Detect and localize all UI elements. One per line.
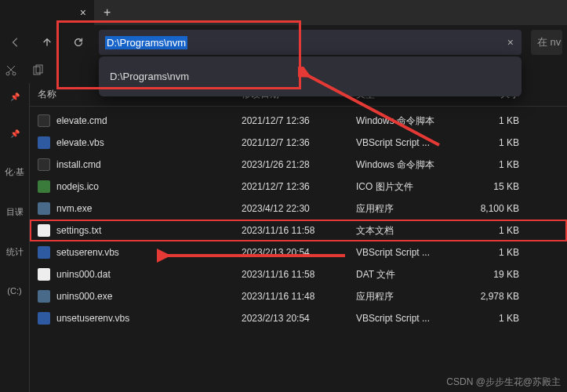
file-row[interactable]: elevate.cmd2021/12/7 12:36Windows 命令脚本1 … — [30, 110, 567, 132]
file-icon — [38, 312, 50, 325]
file-size: 1 KB — [456, 313, 519, 324]
file-icon — [38, 180, 50, 193]
file-name-cell: nvm.exe — [38, 202, 242, 215]
file-icon — [38, 246, 50, 259]
search-input[interactable]: 在 nv — [531, 30, 562, 55]
file-date: 2021/12/7 12:36 — [242, 137, 356, 148]
file-name-cell: elevate.vbs — [38, 136, 242, 149]
file-size: 1 KB — [456, 159, 519, 170]
file-date: 2021/12/7 12:36 — [242, 115, 356, 126]
svg-point-1 — [13, 72, 16, 75]
up-button[interactable] — [36, 31, 58, 53]
file-icon — [38, 114, 50, 127]
file-type: 应用程序 — [356, 202, 456, 216]
refresh-button[interactable] — [67, 31, 89, 53]
file-name: settings.txt — [56, 225, 101, 236]
file-date: 2023/4/12 22:30 — [242, 203, 356, 214]
file-size: 1 KB — [456, 225, 519, 236]
file-name: elevate.cmd — [56, 115, 107, 126]
file-name: nodejs.ico — [56, 181, 99, 192]
sidebar-item[interactable]: (C:) — [7, 286, 21, 296]
toolbar: D:\Programs\nvm × D:\Programs\nvm 在 nv — [0, 25, 567, 60]
address-text[interactable]: D:\Programs\nvm — [105, 36, 187, 49]
file-date: 2023/1/26 21:28 — [242, 159, 356, 170]
file-icon — [38, 158, 50, 171]
file-name: unins000.dat — [56, 269, 111, 280]
file-row[interactable]: nvm.exe2023/4/12 22:30应用程序8,100 KB — [30, 198, 567, 220]
file-name-cell: setuserenv.vbs — [38, 246, 242, 259]
back-button[interactable] — [5, 31, 27, 53]
address-wrap: D:\Programs\nvm × D:\Programs\nvm — [99, 30, 522, 55]
copy-icon[interactable] — [31, 64, 44, 79]
tab-bar: × + — [0, 0, 567, 25]
file-size: 2,978 KB — [456, 291, 519, 302]
file-size: 15 KB — [456, 181, 519, 192]
file-type: VBScript Script ... — [356, 313, 456, 324]
file-size: 1 KB — [456, 247, 519, 258]
file-name-cell: nodejs.ico — [38, 180, 242, 193]
sidebar-item[interactable]: 化·基 — [5, 166, 24, 178]
file-name-cell: unins000.exe — [38, 290, 242, 303]
file-type: ICO 图片文件 — [356, 180, 456, 194]
file-row[interactable]: elevate.vbs2021/12/7 12:36VBScript Scrip… — [30, 132, 567, 154]
file-date: 2023/2/13 20:54 — [242, 247, 356, 258]
sidebar-item[interactable]: 目课 — [6, 206, 24, 218]
file-icon — [38, 268, 50, 281]
header-name-label: 名称 — [38, 88, 56, 101]
file-row[interactable]: settings.txt2023/11/16 11:58文本文档1 KB — [30, 220, 567, 241]
file-icon — [38, 224, 50, 237]
file-size: 19 KB — [456, 269, 519, 280]
file-date: 2023/11/16 11:58 — [242, 225, 356, 236]
file-date: 2023/11/16 11:48 — [242, 291, 356, 302]
watermark: CSDN @步步生花@苏殿主 — [446, 376, 561, 389]
suggestion-item[interactable]: D:\Programs\nvm — [99, 64, 522, 89]
file-date: 2023/11/16 11:58 — [242, 269, 356, 280]
address-suggestions: D:\Programs\nvm — [99, 56, 522, 96]
file-name-cell: unins000.dat — [38, 268, 242, 281]
file-name: install.cmd — [56, 159, 101, 170]
active-tab[interactable]: × — [0, 0, 94, 25]
main-area: 📌 📌 化·基 目课 统计 (C:) 名称˄ 修改日期 类型 大小 elevat… — [0, 83, 567, 392]
clear-icon[interactable]: × — [507, 36, 514, 49]
file-name: setuserenv.vbs — [56, 247, 119, 258]
file-type: VBScript Script ... — [356, 247, 456, 258]
file-name-cell: elevate.cmd — [38, 114, 242, 127]
file-name-cell: unsetuserenv.vbs — [38, 312, 242, 325]
sidebar-item[interactable]: 统计 — [6, 246, 24, 258]
file-name-cell: install.cmd — [38, 158, 242, 171]
file-name-cell: settings.txt — [38, 224, 242, 237]
file-name: unins000.exe — [56, 291, 112, 302]
file-type: 应用程序 — [356, 290, 456, 303]
file-size: 1 KB — [456, 115, 519, 126]
pin-icon[interactable]: 📌 — [10, 93, 20, 101]
file-name: nvm.exe — [56, 203, 92, 214]
file-icon — [38, 202, 50, 215]
address-bar[interactable]: D:\Programs\nvm × — [99, 30, 522, 55]
file-row[interactable]: install.cmd2023/1/26 21:28Windows 命令脚本1 … — [30, 154, 567, 176]
file-name: unsetuserenv.vbs — [56, 313, 129, 324]
file-row[interactable]: unins000.dat2023/11/16 11:58DAT 文件19 KB — [30, 263, 567, 285]
pin-icon[interactable]: 📌 — [10, 129, 20, 138]
file-row[interactable]: nodejs.ico2021/12/7 12:36ICO 图片文件15 KB — [30, 176, 567, 198]
cut-icon[interactable] — [5, 64, 17, 79]
file-type: 文本文档 — [356, 224, 456, 238]
file-row[interactable]: unins000.exe2023/11/16 11:48应用程序2,978 KB — [30, 285, 567, 307]
file-icon — [38, 136, 50, 149]
sidebar: 📌 📌 化·基 目课 统计 (C:) — [0, 83, 30, 392]
file-date: 2021/12/7 12:36 — [242, 181, 356, 192]
file-type: VBScript Script ... — [356, 137, 456, 148]
svg-point-0 — [6, 72, 9, 75]
close-icon[interactable]: × — [80, 6, 86, 19]
new-tab-button[interactable]: + — [94, 5, 120, 20]
file-type: DAT 文件 — [356, 268, 456, 281]
content-pane: 名称˄ 修改日期 类型 大小 elevate.cmd2021/12/7 12:3… — [30, 83, 567, 392]
file-size: 8,100 KB — [456, 203, 519, 214]
file-size: 1 KB — [456, 137, 519, 148]
file-date: 2023/2/13 20:54 — [242, 313, 356, 324]
file-type: Windows 命令脚本 — [356, 114, 456, 128]
file-list: elevate.cmd2021/12/7 12:36Windows 命令脚本1 … — [30, 107, 567, 329]
file-row[interactable]: setuserenv.vbs2023/2/13 20:54VBScript Sc… — [30, 241, 567, 263]
file-type: Windows 命令脚本 — [356, 158, 456, 172]
file-name: elevate.vbs — [56, 137, 104, 148]
file-row[interactable]: unsetuserenv.vbs2023/2/13 20:54VBScript … — [30, 307, 567, 329]
